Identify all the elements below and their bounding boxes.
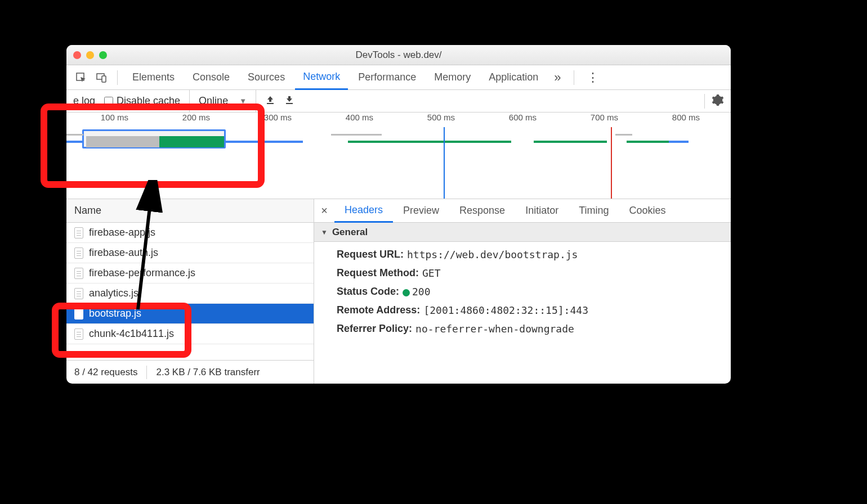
tab-console[interactable]: Console bbox=[185, 65, 238, 90]
general-section-header[interactable]: ▼ General bbox=[314, 223, 731, 242]
request-url-row: Request URL: https://web.dev/bootstrap.j… bbox=[314, 245, 731, 264]
request-method-row: Request Method: GET bbox=[314, 264, 731, 282]
detail-tab-initiator[interactable]: Initiator bbox=[515, 199, 569, 223]
inspect-icon[interactable] bbox=[72, 69, 90, 87]
remote-address-row: Remote Address: [2001:4860:4802:32::15]:… bbox=[314, 301, 731, 320]
tab-memory[interactable]: Memory bbox=[426, 65, 479, 90]
minimize-window-button[interactable] bbox=[86, 51, 94, 59]
traffic-lights bbox=[73, 51, 107, 59]
detail-tab-timing[interactable]: Timing bbox=[569, 199, 619, 223]
requests-count: 8 / 42 requests bbox=[74, 367, 137, 378]
file-icon bbox=[74, 227, 83, 238]
titlebar: DevTools - web.dev/ bbox=[66, 45, 731, 65]
detail-tabs: × Headers Preview Response Initiator Tim… bbox=[314, 199, 731, 223]
close-detail-button[interactable]: × bbox=[314, 204, 334, 217]
tab-elements[interactable]: Elements bbox=[124, 65, 182, 90]
tab-network[interactable]: Network bbox=[295, 65, 348, 90]
request-detail-pane: × Headers Preview Response Initiator Tim… bbox=[314, 199, 731, 384]
detail-tab-preview[interactable]: Preview bbox=[393, 199, 449, 223]
status-code-row: Status Code: 200 bbox=[314, 282, 731, 301]
tab-sources[interactable]: Sources bbox=[240, 65, 293, 90]
tab-application[interactable]: Application bbox=[481, 65, 546, 90]
window-title: DevTools - web.dev/ bbox=[66, 50, 731, 61]
load-marker bbox=[611, 127, 612, 199]
tab-performance[interactable]: Performance bbox=[350, 65, 424, 90]
svg-rect-4 bbox=[286, 103, 293, 104]
device-toggle-icon[interactable] bbox=[92, 69, 110, 87]
file-icon bbox=[74, 248, 83, 259]
svg-rect-2 bbox=[102, 76, 106, 82]
download-har-icon[interactable] bbox=[284, 95, 294, 107]
general-section: Request URL: https://web.dev/bootstrap.j… bbox=[314, 242, 731, 344]
file-icon bbox=[74, 288, 83, 299]
status-dot-icon bbox=[403, 289, 410, 296]
domcontent-marker bbox=[444, 127, 445, 199]
close-window-button[interactable] bbox=[73, 51, 81, 59]
tabs-overflow-button[interactable]: » bbox=[548, 70, 566, 85]
network-status-bar: 8 / 42 requests 2.3 KB / 7.6 KB transfer… bbox=[66, 360, 314, 384]
transfer-size: 2.3 KB / 7.6 KB transferr bbox=[156, 367, 260, 378]
kebab-menu-icon[interactable]: ⋮ bbox=[581, 70, 605, 85]
svg-line-5 bbox=[138, 188, 152, 309]
file-icon bbox=[74, 268, 83, 279]
maximize-window-button[interactable] bbox=[99, 51, 107, 59]
detail-tab-cookies[interactable]: Cookies bbox=[619, 199, 676, 223]
chevron-down-icon: ▼ bbox=[321, 228, 328, 236]
detail-tab-response[interactable]: Response bbox=[449, 199, 515, 223]
referrer-policy-row: Referrer Policy: no-referrer-when-downgr… bbox=[314, 320, 731, 338]
upload-har-icon[interactable] bbox=[265, 95, 275, 107]
detail-tab-headers[interactable]: Headers bbox=[334, 199, 393, 223]
gear-icon[interactable] bbox=[712, 94, 724, 109]
annotation-box-timeline bbox=[41, 104, 265, 188]
annotation-arrow-icon bbox=[90, 180, 203, 326]
svg-rect-3 bbox=[267, 103, 274, 104]
main-tabs: Elements Console Sources Network Perform… bbox=[66, 65, 731, 90]
